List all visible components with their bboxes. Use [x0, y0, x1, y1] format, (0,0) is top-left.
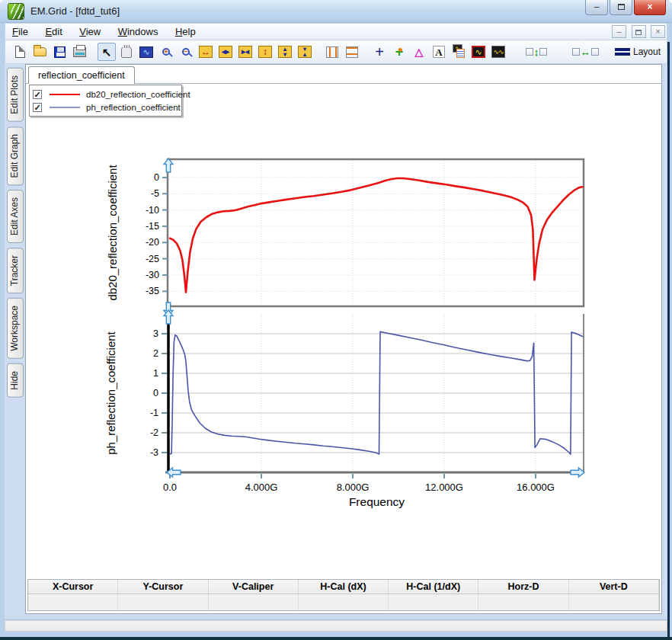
zoom-out-icon: − — [182, 48, 190, 56]
svg-text:-5: -5 — [151, 188, 159, 199]
sidebar: Edit PlotsEdit GraphEdit AxesTrackerWork… — [5, 64, 25, 619]
plot-properties-button[interactable] — [450, 43, 468, 61]
sidebar-item-edit-axes[interactable]: Edit Axes — [7, 190, 24, 243]
meas-col-value — [118, 594, 208, 610]
zoom-region-button[interactable]: ∿ — [137, 43, 155, 61]
v-expand-button[interactable]: ↕ — [256, 43, 274, 61]
x-axis-right-handle[interactable] — [571, 468, 584, 477]
svg-text:0.0: 0.0 — [163, 482, 177, 493]
legend-entry: ✓ph_reflection_coefficient — [33, 101, 178, 114]
tracker-cursor-button[interactable]: + — [390, 43, 408, 61]
print-button[interactable] — [70, 43, 88, 61]
legend-label: ph_reflection_coefficient — [86, 103, 181, 112]
h-expand-icon: ↔ — [199, 46, 213, 58]
app-window: EM.Grid - [fdtd_tut6] – × File Edit View… — [0, 0, 672, 640]
pan-hand-icon — [121, 46, 132, 58]
bottom-plot-ylabel: ph_reflection_coefficient — [104, 331, 117, 454]
select-arrow-icon: ↖ — [102, 46, 112, 58]
plot-window: reflection_coefficient ✓db20_reflection_… — [25, 64, 662, 614]
svg-text:-35: -35 — [146, 286, 159, 296]
menu-help[interactable]: Help — [168, 24, 203, 40]
legend-entry: ✓db20_reflection_coefficient — [33, 88, 178, 101]
h-gridlines-icon — [346, 46, 358, 58]
zoom-in-button[interactable]: + — [157, 43, 175, 61]
legend-line-sample — [50, 107, 80, 108]
meas-col-header: V-Caliper — [209, 580, 299, 594]
sidebar-item-tracker[interactable]: Tracker — [7, 248, 24, 293]
window-bottom-edge — [0, 637, 672, 640]
svg-text:-1: -1 — [150, 408, 158, 418]
svg-text:1: 1 — [153, 368, 158, 379]
tab-reflection-coefficient[interactable]: reflection_coefficient — [28, 66, 135, 84]
legend-checkbox[interactable]: ✓ — [33, 103, 42, 112]
crosshair-cursor-button[interactable]: + — [370, 43, 389, 61]
sidebar-item-edit-graph[interactable]: Edit Graph — [7, 126, 24, 185]
window-title: EM.Grid - [fdtd_tut6] — [30, 5, 120, 17]
maximize-button[interactable] — [610, 0, 632, 15]
h-shrink-icon: ◂▸ — [219, 46, 232, 58]
app-logo-icon — [8, 3, 24, 20]
open-file-button[interactable] — [30, 43, 49, 61]
svg-text:0: 0 — [154, 172, 159, 183]
v-shrink-button[interactable]: ▴▾ — [276, 43, 294, 61]
mdi-minimize-button[interactable]: – — [612, 25, 626, 38]
h-shrink-button[interactable]: ◂▸ — [216, 43, 235, 61]
h-collapse-icon: ▸◂ — [238, 46, 252, 58]
new-document-button[interactable] — [11, 43, 29, 61]
v-collapse-button[interactable]: ▾▴ — [296, 43, 314, 61]
menu-edit[interactable]: Edit — [38, 24, 69, 40]
sidebar-item-hide[interactable]: Hide — [7, 363, 24, 398]
legend-checkbox[interactable]: ✓ — [33, 90, 42, 99]
plot-properties-icon — [453, 46, 465, 58]
meas-col-header: X-Cursor — [28, 580, 118, 594]
top-axis-upper-handle[interactable] — [164, 158, 173, 172]
h-expand-button[interactable]: ↔ — [197, 43, 215, 61]
svg-text:-3: -3 — [150, 447, 158, 458]
caliper-triangle-icon: △ — [415, 46, 424, 58]
pan-hand-button[interactable] — [117, 43, 136, 61]
meas-col-value — [478, 594, 568, 610]
svg-text:4.000G: 4.000G — [245, 482, 278, 493]
select-arrow-button[interactable]: ↖ — [98, 43, 116, 61]
text-annotation-button[interactable]: A — [430, 43, 448, 61]
svg-text:12.000G: 12.000G — [425, 482, 463, 493]
layout-button[interactable]: Layout — [614, 43, 661, 61]
plot-svg: 0-5-10-15-20-25-30-35db20_reflection_coe… — [26, 84, 661, 584]
menu-file[interactable]: File — [5, 24, 35, 40]
h-gridlines-button[interactable] — [343, 43, 361, 61]
save-file-button[interactable] — [50, 43, 69, 61]
mdi-close-button[interactable]: × — [651, 25, 665, 38]
status-bar — [5, 620, 667, 632]
v-shrink-icon: ▴▾ — [278, 46, 292, 58]
zoom-region-icon: ∿ — [139, 46, 153, 58]
tab-bar: reflection_coefficient — [26, 65, 661, 84]
svg-text:2: 2 — [153, 348, 158, 359]
zoom-out-button[interactable]: − — [177, 43, 195, 61]
client-area: Edit PlotsEdit GraphEdit AxesTrackerWork… — [5, 64, 667, 619]
legend-box: ✓db20_reflection_coefficient✓ph_reflecti… — [29, 85, 182, 117]
v-gridlines-button[interactable] — [323, 43, 341, 61]
sidebar-item-workspace[interactable]: Workspace — [7, 298, 24, 359]
v-autofit-group-icon: ↕ — [526, 46, 548, 58]
single-trace-button[interactable]: ∿ — [469, 43, 488, 61]
v-autofit-group-button[interactable]: ↕ — [517, 43, 556, 61]
meas-col-header: H-Cal (dX) — [299, 580, 389, 594]
meas-col-header: H-Cal (1/dX) — [389, 580, 478, 594]
h-collapse-button[interactable]: ▸◂ — [236, 43, 254, 61]
sidebar-item-edit-plots[interactable]: Edit Plots — [7, 68, 24, 122]
h-autofit-group-icon: ↔ — [572, 46, 599, 58]
h-autofit-group-button[interactable]: ↔ — [565, 43, 605, 61]
multi-trace-button[interactable]: ∿∿ — [489, 43, 507, 61]
mdi-restore-button[interactable] — [632, 25, 646, 38]
caliper-triangle-button[interactable]: △ — [410, 43, 428, 61]
minimize-button[interactable]: – — [585, 0, 608, 15]
svg-text:-20: -20 — [146, 237, 159, 248]
save-file-icon — [54, 46, 66, 58]
legend-label: db20_reflection_coefficient — [86, 90, 190, 99]
menu-windows[interactable]: Windows — [111, 24, 165, 40]
top-plot-frame — [168, 159, 584, 306]
meas-col-value — [28, 594, 118, 610]
close-button[interactable]: × — [634, 0, 666, 15]
menu-view[interactable]: View — [72, 24, 107, 40]
svg-text:8.000G: 8.000G — [337, 482, 370, 493]
